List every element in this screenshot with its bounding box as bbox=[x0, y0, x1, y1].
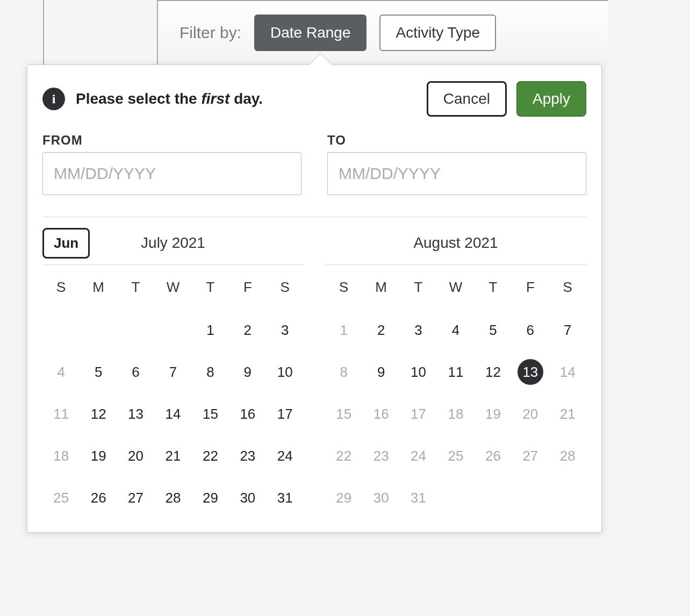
from-field: FROM bbox=[42, 133, 301, 195]
day-of-week-header: M bbox=[362, 279, 399, 301]
date-range-popover: i Please select the first day. Cancel Ap… bbox=[27, 65, 602, 533]
calendar-day[interactable]: 13 bbox=[117, 401, 154, 427]
day-of-week-header: T bbox=[475, 279, 512, 301]
calendar-day[interactable]: 24 bbox=[267, 443, 304, 469]
from-input[interactable] bbox=[42, 152, 301, 195]
calendar-day[interactable]: 3 bbox=[267, 317, 304, 343]
calendar-day[interactable]: 29 bbox=[192, 485, 229, 511]
help-suffix: day. bbox=[229, 90, 263, 107]
to-input[interactable] bbox=[327, 152, 586, 195]
calendar-day: 22 bbox=[325, 443, 362, 469]
calendar-day[interactable]: 27 bbox=[117, 485, 154, 511]
calendar-day: 17 bbox=[400, 401, 437, 427]
calendar-day: 1 bbox=[325, 317, 362, 343]
day-of-week-header: W bbox=[154, 279, 191, 301]
calendar-day: 27 bbox=[512, 443, 549, 469]
calendar-day[interactable]: 11 bbox=[437, 359, 474, 385]
day-of-week-header: M bbox=[80, 279, 117, 301]
popover-header-right: Cancel Apply bbox=[427, 81, 586, 117]
calendar-day: 4 bbox=[42, 359, 80, 385]
calendar-day[interactable]: 23 bbox=[229, 443, 266, 469]
help-em: first bbox=[201, 90, 229, 107]
calendar-day[interactable]: 7 bbox=[549, 317, 586, 343]
prev-month-button[interactable]: Jun bbox=[42, 228, 90, 259]
calendar-day[interactable]: 10 bbox=[267, 359, 304, 385]
calendar-day[interactable]: 28 bbox=[154, 485, 191, 511]
filter-activity-type[interactable]: Activity Type bbox=[379, 15, 496, 51]
calendar-day[interactable]: 5 bbox=[80, 359, 117, 385]
calendar-day[interactable]: 9 bbox=[362, 359, 399, 385]
calendar-day: 30 bbox=[362, 485, 399, 511]
calendar-day[interactable]: 3 bbox=[400, 317, 437, 343]
calendar-day[interactable]: 17 bbox=[267, 401, 304, 427]
calendar-day[interactable]: 6 bbox=[117, 359, 154, 385]
filter-bar: Filter by: Date Range Activity Type bbox=[43, 0, 647, 65]
calendar-day[interactable]: 6 bbox=[512, 317, 549, 343]
filter-by-label: Filter by: bbox=[179, 24, 241, 42]
calendar-day[interactable]: 22 bbox=[192, 443, 229, 469]
day-of-week-header: S bbox=[549, 279, 586, 301]
calendar-day: 31 bbox=[400, 485, 437, 511]
calendar-day: 11 bbox=[42, 401, 80, 427]
calendar-day: 20 bbox=[512, 401, 549, 427]
calendar-day[interactable]: 10 bbox=[400, 359, 437, 385]
calendar-right-title: August 2021 bbox=[325, 228, 586, 265]
day-of-week-header: F bbox=[512, 279, 549, 301]
calendar-day: 25 bbox=[437, 443, 474, 469]
calendar-day[interactable]: 8 bbox=[192, 359, 229, 385]
calendar-day[interactable]: 2 bbox=[229, 317, 266, 343]
apply-button[interactable]: Apply bbox=[516, 81, 586, 117]
calendar-day[interactable]: 14 bbox=[154, 401, 191, 427]
day-of-week-header: F bbox=[229, 279, 266, 301]
calendar-day[interactable]: 31 bbox=[267, 485, 304, 511]
calendar-empty-cell bbox=[42, 317, 80, 343]
calendar-day[interactable]: 26 bbox=[80, 485, 117, 511]
day-of-week-header: T bbox=[400, 279, 437, 301]
calendar-day[interactable]: 13 bbox=[518, 359, 543, 385]
calendar-day[interactable]: 4 bbox=[437, 317, 474, 343]
day-of-week-header: S bbox=[325, 279, 362, 301]
calendar-day: 18 bbox=[42, 443, 80, 469]
calendar-day: 21 bbox=[549, 401, 586, 427]
day-of-week-header: S bbox=[267, 279, 304, 301]
calendar-day[interactable]: 12 bbox=[80, 401, 117, 427]
from-label: FROM bbox=[42, 133, 301, 148]
calendar-left: July 2021 SMTWTFS12345678910111213141516… bbox=[42, 228, 304, 511]
day-of-week-header: W bbox=[437, 279, 474, 301]
calendar-day: 29 bbox=[325, 485, 362, 511]
calendar-day: 28 bbox=[549, 443, 586, 469]
popover-header: i Please select the first day. Cancel Ap… bbox=[42, 81, 586, 117]
calendar-day[interactable]: 21 bbox=[154, 443, 191, 469]
calendar-day[interactable]: 9 bbox=[229, 359, 266, 385]
calendar-day[interactable]: 2 bbox=[362, 317, 399, 343]
calendar-day[interactable]: 7 bbox=[154, 359, 191, 385]
calendar-day[interactable]: 20 bbox=[117, 443, 154, 469]
calendar-day: 16 bbox=[362, 401, 399, 427]
calendar-day[interactable]: 12 bbox=[475, 359, 512, 385]
calendar-day[interactable]: 19 bbox=[80, 443, 117, 469]
calendar-day: 23 bbox=[362, 443, 399, 469]
day-of-week-header: S bbox=[42, 279, 80, 301]
calendar-day: 14 bbox=[549, 359, 586, 385]
calendar-day[interactable]: 5 bbox=[475, 317, 512, 343]
day-of-week-header: T bbox=[192, 279, 229, 301]
day-of-week-header: T bbox=[117, 279, 154, 301]
divider bbox=[42, 217, 586, 217]
popover-header-left: i Please select the first day. bbox=[42, 88, 263, 110]
calendar-day: 25 bbox=[42, 485, 80, 511]
calendar-day: 26 bbox=[475, 443, 512, 469]
calendar-day[interactable]: 15 bbox=[192, 401, 229, 427]
calendar-day[interactable]: 30 bbox=[229, 485, 266, 511]
calendar-day[interactable]: 1 bbox=[192, 317, 229, 343]
cancel-button[interactable]: Cancel bbox=[427, 81, 507, 117]
info-icon: i bbox=[42, 88, 65, 110]
calendar-right-grid: SMTWTFS123456789101112131415161718192021… bbox=[325, 279, 586, 511]
to-field: TO bbox=[327, 133, 586, 195]
calendar-right: August 2021 SMTWTFS123456789101112131415… bbox=[325, 228, 586, 511]
calendar-day[interactable]: 16 bbox=[229, 401, 266, 427]
help-text: Please select the first day. bbox=[76, 90, 263, 108]
date-fields: FROM TO bbox=[42, 133, 586, 195]
filter-date-range[interactable]: Date Range bbox=[254, 15, 366, 51]
calendar-empty-cell bbox=[80, 317, 117, 343]
calendar-left-grid: SMTWTFS123456789101112131415161718192021… bbox=[42, 279, 304, 511]
